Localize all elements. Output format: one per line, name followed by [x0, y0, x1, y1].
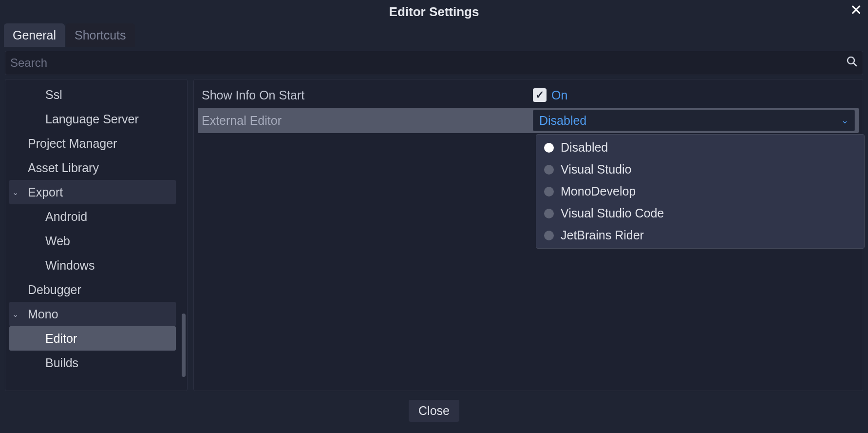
dropdown-option-visual-studio[interactable]: Visual Studio — [536, 158, 864, 180]
tab-general[interactable]: General — [4, 23, 65, 47]
dropdown-option-vscode[interactable]: Visual Studio Code — [536, 202, 864, 224]
close-button[interactable]: Close — [409, 400, 459, 422]
tree-item-mono[interactable]: ⌄ Mono — [9, 302, 176, 326]
radio-icon — [544, 231, 554, 240]
tab-general-label: General — [13, 28, 56, 42]
dropdown-option-label: Disabled — [561, 140, 608, 155]
radio-icon — [544, 187, 554, 197]
tree-item-project-manager[interactable]: Project Manager — [9, 131, 176, 156]
dropdown-option-label: JetBrains Rider — [561, 228, 644, 242]
scrollbar-thumb[interactable] — [182, 314, 186, 377]
svg-line-1 — [853, 63, 856, 66]
property-label: External Editor — [202, 114, 533, 128]
search-input[interactable] — [10, 56, 846, 70]
dropdown-popup: Disabled Visual Studio MonoDevelop Visua… — [536, 134, 865, 249]
dropdown-option-disabled[interactable]: Disabled — [536, 137, 864, 158]
tree-item-android[interactable]: Android — [9, 204, 176, 229]
property-panel: Show Info On Start ✓ On External Editor … — [193, 79, 863, 391]
dropdown-option-label: Visual Studio — [561, 162, 631, 177]
dropdown-option-rider[interactable]: JetBrains Rider — [536, 224, 864, 246]
window-title: Editor Settings — [389, 4, 479, 20]
property-external-editor: External Editor Disabled ⌄ — [198, 108, 859, 133]
tree-item-windows[interactable]: Windows — [9, 253, 176, 277]
tab-shortcuts[interactable]: Shortcuts — [66, 23, 135, 47]
dropdown-option-label: MonoDevelop — [561, 184, 636, 198]
tree-item-ssl[interactable]: Ssl — [9, 82, 176, 107]
chevron-down-icon: ⌄ — [12, 310, 22, 319]
dropdown-option-label: Visual Studio Code — [561, 206, 664, 220]
footer: Close — [0, 391, 868, 425]
radio-icon — [544, 165, 554, 175]
property-show-info-on-start: Show Info On Start ✓ On — [198, 82, 859, 108]
checkmark-icon: ✓ — [535, 90, 544, 100]
tab-shortcuts-label: Shortcuts — [75, 28, 126, 42]
dropdown-option-monodevelop[interactable]: MonoDevelop — [536, 180, 864, 202]
property-value: ✓ On — [533, 82, 855, 108]
title-bar: Editor Settings ✕ — [0, 0, 868, 23]
close-icon[interactable]: ✕ — [850, 3, 862, 18]
tree-item-language-server[interactable]: Language Server — [9, 107, 176, 131]
property-value: Disabled ⌄ — [533, 108, 855, 133]
tree-item-builds[interactable]: Builds — [9, 351, 176, 375]
chevron-down-icon: ⌄ — [841, 115, 849, 126]
property-label: Show Info On Start — [202, 88, 533, 102]
category-tree[interactable]: Ssl Language Server Project Manager Asse… — [5, 79, 188, 391]
chevron-down-icon: ⌄ — [12, 188, 22, 197]
search-bar[interactable] — [5, 51, 863, 75]
search-icon[interactable] — [846, 56, 858, 70]
tree-item-export[interactable]: ⌄ Export — [9, 180, 176, 204]
radio-icon — [544, 209, 554, 218]
content-area: Ssl Language Server Project Manager Asse… — [0, 79, 868, 391]
tree-item-editor[interactable]: Editor — [9, 326, 176, 351]
tree-item-web[interactable]: Web — [9, 229, 176, 253]
checkbox-show-info[interactable]: ✓ — [533, 88, 547, 102]
dropdown-external-editor[interactable]: Disabled ⌄ — [533, 110, 855, 131]
radio-icon — [544, 143, 554, 153]
checkbox-label[interactable]: On — [551, 88, 567, 102]
dropdown-selected: Disabled — [539, 114, 586, 128]
tree-item-debugger[interactable]: Debugger — [9, 277, 176, 302]
tree-item-asset-library[interactable]: Asset Library — [9, 156, 176, 180]
tab-bar: General Shortcuts — [0, 23, 868, 47]
close-button-label: Close — [418, 404, 450, 417]
